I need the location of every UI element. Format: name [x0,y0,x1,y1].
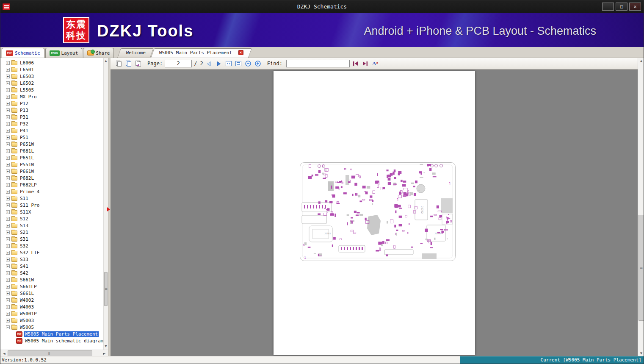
expand-node-icon[interactable]: + [6,68,10,72]
tab-layout[interactable]: PADS Layout [45,48,83,58]
tree-scrollbar[interactable]: ▲ ▼ [103,58,108,350]
expand-node-icon[interactable]: + [6,183,10,187]
expand-node-icon[interactable]: + [6,88,10,92]
doc-tab-welcome[interactable]: Welcome [119,48,152,58]
tree-item-folder[interactable]: +L6503 [0,73,103,80]
next-page-icon[interactable] [215,60,223,67]
pdf-viewport[interactable]: J5702 J5703 [111,69,638,357]
page-number-input[interactable] [165,60,192,67]
tree-item-folder[interactable]: +S32 [0,242,103,249]
tree-item-folder[interactable]: +Prime 4 [0,188,103,195]
expand-node-icon[interactable]: + [6,142,10,146]
expand-node-icon[interactable]: + [6,203,10,207]
tree-item-folder[interactable]: +P682LP [0,181,103,188]
tree-item-folder[interactable]: +P13 [0,107,103,114]
tree-item-folder[interactable]: +P681L [0,147,103,154]
expand-node-icon[interactable]: + [6,217,10,221]
expand-node-icon[interactable]: + [6,258,10,261]
tree-item-folder[interactable]: +S21 [0,229,103,236]
expand-node-icon[interactable]: + [6,264,10,268]
tree-horizontal-thumb[interactable] [8,350,92,356]
fit-width-icon[interactable] [225,60,232,67]
tree-item-folder[interactable]: +S13 [0,222,103,229]
expand-node-icon[interactable]: + [6,305,10,309]
tree-item-folder[interactable]: +L5505 [0,86,103,93]
tree-item-folder[interactable]: +S32 LTE [0,249,103,256]
tree-item-folder[interactable]: +S11 [0,195,103,202]
expand-node-icon[interactable]: + [6,149,10,153]
expand-node-icon[interactable]: + [6,75,10,78]
expand-node-icon[interactable]: + [6,224,10,228]
document-scrollbar-thumb[interactable] [638,215,644,321]
tree-item-folder[interactable]: +S661L [0,290,103,297]
close-tab-icon[interactable]: × [238,50,243,55]
tree-item-folder[interactable]: +L6006 [0,59,103,66]
zoom-in-icon[interactable] [254,60,262,67]
expand-node-icon[interactable]: + [6,244,10,248]
expand-node-icon[interactable]: + [6,190,10,194]
tree-scrollbar-thumb[interactable] [104,272,108,306]
tree-item-folder[interactable]: +P51 [0,134,103,141]
expand-node-icon[interactable]: + [6,176,10,180]
fit-page-icon[interactable] [235,60,242,67]
zoom-out-icon[interactable] [244,60,252,67]
expand-node-icon[interactable]: + [6,319,10,322]
tree-item-folder[interactable]: +W5003 [0,317,103,324]
tree-item-folder[interactable]: −W5005 [0,324,103,331]
expand-node-icon[interactable]: + [6,292,10,295]
tree-item-pdf[interactable]: PDFW5005 Main Parts Placement [0,331,103,337]
find-next-icon[interactable] [362,60,369,67]
tree-item-folder[interactable]: +S33 [0,256,103,263]
copy-page-icon[interactable] [124,60,132,67]
tree-item-folder[interactable]: +P651L [0,154,103,161]
tree-item-folder[interactable]: +S41 [0,263,103,270]
expand-node-icon[interactable]: + [6,136,10,139]
expand-node-icon[interactable]: + [6,251,10,255]
expand-node-icon[interactable]: + [6,197,10,200]
expand-node-icon[interactable]: + [6,210,10,214]
page-thumbnails-icon[interactable] [115,60,122,67]
snapshot-icon[interactable] [134,60,142,67]
tree-item-folder[interactable]: +W5001P [0,310,103,317]
tree-item-folder[interactable]: +P31 [0,114,103,120]
tree-item-folder[interactable]: +S31 [0,236,103,242]
expand-node-icon[interactable]: + [6,115,10,119]
tree-item-folder[interactable]: +MX Pro [0,93,103,100]
tab-share[interactable]: Share [83,48,114,58]
doc-tab-w5005-main-parts-placement[interactable]: W5005 Main Parts Placement × [152,48,250,58]
tree-item-folder[interactable]: +W4002 [0,297,103,303]
expand-node-icon[interactable]: + [6,278,10,282]
expand-node-icon[interactable]: + [6,231,10,234]
previous-page-icon[interactable] [205,60,213,67]
expand-node-icon[interactable]: + [6,156,10,160]
expand-node-icon[interactable]: + [6,95,10,99]
tree-item-folder[interactable]: +S11 Pro [0,202,103,208]
tree-item-folder[interactable]: +P32 [0,120,103,127]
tree-item-folder[interactable]: +L6501 [0,66,103,73]
tree-item-folder[interactable]: +P661W [0,168,103,175]
tab-schematic[interactable]: PDF Schematic [2,48,44,58]
expand-node-icon[interactable]: + [6,129,10,133]
expand-node-icon[interactable]: + [6,81,10,85]
expand-node-icon[interactable]: + [6,122,10,126]
expand-node-icon[interactable]: + [6,285,10,289]
tree-item-folder[interactable]: +S11X [0,208,103,215]
tree-item-folder[interactable]: +W4003 [0,303,103,310]
match-case-icon[interactable]: Aa [372,60,378,67]
expand-node-icon[interactable]: + [6,108,10,112]
document-scroll-up-icon[interactable]: ▲ [638,58,644,64]
expand-node-icon[interactable]: + [6,237,10,241]
expand-node-icon[interactable]: + [6,312,10,316]
expand-node-icon[interactable]: + [6,169,10,173]
maximize-button[interactable]: □ [616,3,627,11]
collapse-node-icon[interactable]: − [6,325,10,329]
tree-item-folder[interactable]: +P551W [0,161,103,168]
find-input[interactable] [286,60,350,67]
expand-node-icon[interactable]: + [6,271,10,275]
tree-item-folder[interactable]: +P651W [0,141,103,147]
expand-node-icon[interactable]: + [6,163,10,167]
tree-item-folder[interactable]: +S661LP [0,283,103,290]
tree-item-pdf[interactable]: PDFW5005 Main schematic diagram [0,337,103,344]
find-previous-icon[interactable] [352,60,359,67]
tree-item-folder[interactable]: +P12 [0,100,103,107]
